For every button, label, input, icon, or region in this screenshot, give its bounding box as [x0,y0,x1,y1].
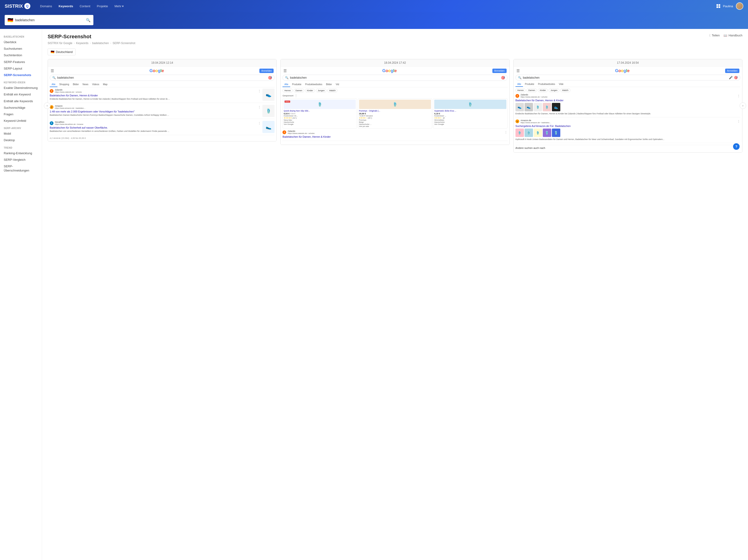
serp-tab-bilder-2[interactable]: Bilder [324,82,334,87]
sponsored-dots-2[interactable]: ⋮ [295,94,298,98]
serp-tab-map-1[interactable]: Map [101,82,109,87]
chip-jungen-2[interactable]: Jungen [316,89,327,92]
shop-title-2-2[interactable]: Pummys - Originals |... [359,109,431,112]
country-filter-button[interactable]: 🇩🇪 Deutschland [48,49,76,55]
nav-arrow-right[interactable]: › [740,102,746,109]
sidebar-item-serp-features[interactable]: SERP-Features [0,59,42,65]
result-title-3-2[interactable]: Suchergebnis Auf Amazon.de Für: Badelats… [515,124,740,128]
result-site-3-2: Amazon.de [521,119,735,122]
serp-tab-shopping-1[interactable]: Shopping [57,82,71,87]
sidebar-item-serp-layout[interactable]: SERP-Layout [0,65,42,72]
user-name: Paulina [723,4,733,8]
share-button[interactable]: ⟨ Teilen [709,33,720,37]
search-submit-icon[interactable]: 🔍 [86,18,91,22]
sidebar-item-ueberblick[interactable]: Überblick [0,39,42,46]
chip-maedchen-3[interactable]: Mädch [560,89,570,92]
serp-tab-alle-3[interactable]: Alle [515,82,523,87]
sidebar-item-desktop[interactable]: Desktop [0,137,42,144]
nav-domains[interactable]: Domains [40,3,52,9]
grid-apps-icon[interactable] [717,4,720,8]
sidebar-item-keyword-umfeld[interactable]: Keyword-Umfeld [0,118,42,124]
sidebar-item-ranking-entwicklung[interactable]: Ranking-Entwicklung [0,150,42,156]
chip-damen-3[interactable]: Damen [527,89,537,92]
main-content: SERP-Screenshot SISTRIX für Google › Key… [42,29,748,560]
result-more-icon-1-1[interactable]: ⋮ [258,89,261,93]
anmelden-button-1[interactable]: Anmelden [259,69,274,73]
avatar[interactable] [736,2,743,10]
nav-arrow-left[interactable]: ‹ [44,102,50,109]
result-title-3-1[interactable]: Badelatschen für Damen, Herren & Kinder [515,99,740,102]
breadcrumb-sistrix[interactable]: SISTRIX für Google [48,42,72,45]
serp-search-bar-1[interactable]: 🔍 badelatschen 🎯 [50,75,275,81]
serp-tab-news-1[interactable]: News [81,82,90,87]
shop-title-2-1[interactable]: Quick-drying Non Slip Slid... [284,109,355,112]
serp-tab-produkte-2[interactable]: Produkte [290,82,303,87]
search-input[interactable] [15,18,84,22]
chip-maedchen-2[interactable]: Mädch [327,89,337,92]
result-title-1-3[interactable]: Badelatschen für Sicherheit auf nasser O… [50,126,275,129]
result-title-1-1[interactable]: Badelatschen für Damen, Herren & Kinder [50,94,275,97]
chip-kinder-3[interactable]: Kinder [538,89,548,92]
result-more-icon-3-1[interactable]: ⋮ [737,94,740,98]
result-more-icon-1-2[interactable]: ⋮ [258,105,261,109]
nav-keywords[interactable]: Keywords [58,3,73,9]
serp-menu-icon-1[interactable]: ☰ [51,69,54,73]
chip-damen-2[interactable]: Damen [294,89,304,92]
sale-badge-2-1: SALE [285,101,290,103]
serp-tab-vide-3[interactable]: Vide [557,82,565,87]
result-meta-1-2: Amazon https://www.amazon.de › badelatsc… [55,105,256,109]
result-title-1-2[interactable]: 1-48 von mehr als 2.000 Ergebnissen oder… [50,110,275,113]
nav-mehr[interactable]: Mehr ▾ [114,3,124,9]
sidebar-item-exakte[interactable]: Exakte Übereinstimmung [0,85,42,91]
result-more-icon-2-1[interactable]: ⋮ [504,130,508,134]
chip-herren-3[interactable]: Herren [515,89,526,92]
shop-title-2-3[interactable]: Superweic dicke Eva-... [434,109,506,112]
help-button[interactable]: ? [733,143,740,150]
sidebar-item-enthaelt-ein[interactable]: Enthält ein Keyword [0,91,42,98]
anmelden-button-3[interactable]: Anmelden [725,69,739,73]
chip-jungen-3[interactable]: Jungen [548,89,559,92]
sidebar-item-suchvolumen[interactable]: Suchvolumen [0,46,42,52]
result-header-2-1: Z Zalando https://www.zalando.de › schuh… [282,130,507,135]
manual-button[interactable]: 📖 Handbuch [724,33,742,37]
anmelden-button-2[interactable]: Anmelden [492,69,507,73]
chip-kinder-2[interactable]: Kinder [305,89,315,92]
serp-tab-produkte-3[interactable]: Produkte [523,82,536,87]
result-title-2-1[interactable]: Badelatschen für Damen, Herren & Kinder [282,135,507,138]
serp-search-bar-2[interactable]: 🔍 badelatschen 🎯 [282,75,507,81]
nav-projekte[interactable]: Projekte [96,3,109,9]
help-icon[interactable]: ? [733,143,740,150]
serp-header-1: ☰ Google Anmelden [50,68,275,73]
sidebar-item-serp-ueberschneidungen[interactable]: SERP-Überschneidungen [0,163,42,174]
serp-tab-produktwebsites-3[interactable]: Produktwebsites [536,82,557,87]
chip-herren-2[interactable]: Herren [282,89,293,92]
result-more-icon-3-2[interactable]: ⋮ [737,119,740,123]
serp-search-bar-3[interactable]: 🔍 badelatschen 🎤 🎯 [515,75,740,80]
sidebar-item-enthaelt-alle[interactable]: Enthält alle Keywords [0,98,42,104]
nav-content[interactable]: Content [79,3,91,9]
sidebar-item-fragen[interactable]: Fragen [0,111,42,118]
sidebar-item-serp-vergleich[interactable]: SERP-Vergleich [0,156,42,163]
serp-tab-alle-2[interactable]: Alle [282,82,290,87]
serp-filter-row-2: Herren Damen Kinder Jungen Mädch [282,89,507,92]
breadcrumb-keywords[interactable]: Keywords [76,42,89,45]
serp-tab-produktwebsites-2[interactable]: Produktwebsites [303,82,324,87]
serp-tab-alle-1[interactable]: Alle [50,82,57,87]
result-meta-3-1: Zalando https://www.zalando.de › schuhe [521,94,735,98]
result-more-icon-1-3[interactable]: ⋮ [258,121,261,125]
result-meta-1-3: Decathlon https://www.decathlon.de › bro… [55,121,256,125]
serp-menu-icon-3[interactable]: ☰ [516,69,520,73]
sidebar-item-mobil[interactable]: Mobil [0,130,42,137]
sidebar-item-serp-screenshots[interactable]: SERP-Screenshots [0,72,42,78]
breadcrumb-badelatschen[interactable]: badelatschen [92,42,109,45]
serp-tab-vid-2[interactable]: Vid [334,82,341,87]
result-site-1-3: Decathlon [55,121,256,123]
serp-tab-bilder-1[interactable]: Bilder [71,82,81,87]
product-thumb-3-1-4: 🩴 [543,103,551,111]
result-snippet-1-3: Badelatschen von verschiedenen Herstelle… [50,130,275,133]
result-header-1-2: a Amazon https://www.amazon.de › badelat… [50,105,261,109]
sidebar-item-suchvorschlaege[interactable]: Suchvorschläge [0,104,42,111]
sidebar-item-suchintention[interactable]: Suchintention [0,52,42,58]
serp-tab-videos-1[interactable]: Videos [90,82,101,87]
serp-menu-icon-2[interactable]: ☰ [283,69,287,73]
